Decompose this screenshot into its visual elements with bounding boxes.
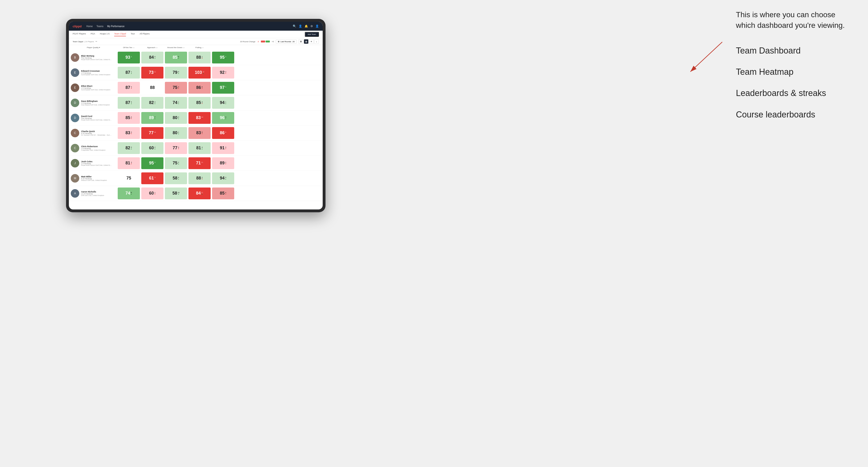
score-cell: 8421▲ xyxy=(188,187,211,199)
score-change: 3▼ xyxy=(131,86,132,89)
player-handicap: Plus Handicap xyxy=(81,118,112,119)
sort-arrow-player[interactable]: ▾ xyxy=(99,46,100,49)
tab-pgat[interactable]: PGAT Players xyxy=(73,33,86,36)
score-change: 3▲ xyxy=(131,147,132,150)
arrow-up-icon: ▲ xyxy=(225,178,226,180)
col-header-around-label: Around the Green xyxy=(167,46,182,49)
tab-teamclippd[interactable]: Team Clippd xyxy=(114,33,126,36)
table-row[interactable]: BBlair McHargPlus HandicapRoyal North De… xyxy=(69,50,323,65)
col-header-approach: Approach — xyxy=(141,45,164,50)
score-value: 94 xyxy=(220,100,224,105)
col-header-tee-label: Off the Tee xyxy=(123,46,132,49)
score-cell: 959▲ xyxy=(212,52,234,63)
nav-link-myperformance[interactable]: My Performance xyxy=(107,25,124,28)
score-cell: 943▲ xyxy=(212,173,234,184)
table-row[interactable]: EElliot Ebert1-5 HandicapSunningdale Gol… xyxy=(69,80,323,95)
list-view-button[interactable]: ≡ xyxy=(309,39,314,44)
edit-icon[interactable]: ✏ xyxy=(96,40,97,43)
tab-allplayers[interactable]: All Players xyxy=(140,33,150,36)
table-row[interactable]: EEdward Crossman1-5 HandicapSunningdale … xyxy=(69,65,323,80)
score-change: 14▼ xyxy=(154,131,156,134)
avatar: C xyxy=(71,144,79,152)
avatar-icon[interactable]: 👤 xyxy=(315,25,319,28)
player-info: EElliot Ebert1-5 HandicapSunningdale Gol… xyxy=(70,82,117,94)
score-cell: 741▲ xyxy=(165,97,187,109)
player-name: Matt Miller xyxy=(81,176,107,178)
score-change: 9▲ xyxy=(178,71,179,74)
plus5-label: +5 xyxy=(272,40,274,43)
score-value: 83 xyxy=(196,115,201,120)
annotation-arrow-icon xyxy=(684,38,726,80)
nav-link-home[interactable]: Home xyxy=(86,25,93,28)
score-value: 73 xyxy=(149,70,154,75)
score-cell: 75 xyxy=(118,173,140,184)
table-row[interactable]: DDavid FordPlus HandicapRoyal North Devo… xyxy=(69,111,323,125)
score-cell: 897▲ xyxy=(141,112,163,124)
score-cell: 874▲ xyxy=(118,97,140,109)
score-value: 75 xyxy=(173,85,177,90)
table-row[interactable]: JJosh Coles1-5 HandicapRoyal North Devon… xyxy=(69,156,323,171)
score-value: 89 xyxy=(220,161,224,165)
table-row[interactable]: DDave Billingham1-5 HandicapGog Magog Go… xyxy=(69,95,323,111)
player-info: AAaron Nicholls11-15 HandicapDrift Golf … xyxy=(70,187,117,199)
score-value: 91 xyxy=(220,146,224,151)
score-value: 79 xyxy=(173,70,177,75)
score-value: 86 xyxy=(220,130,224,135)
player-details: Charlie Quick6-10 HandicapSt. George's H… xyxy=(81,130,112,136)
score-cell: 814▲ xyxy=(188,142,211,154)
tab-hcaps[interactable]: Hcaps 1-5 xyxy=(100,33,110,36)
score-change: 11▼ xyxy=(154,71,156,74)
dashboard-option-course[interactable]: Course leaderboards xyxy=(736,109,854,121)
score-change: 6▼ xyxy=(202,86,203,89)
add-team-button[interactable]: Add Team xyxy=(305,32,319,37)
subnav-tabs: PGAT Players PGA Hcaps 1-5 Team Clippd T… xyxy=(73,33,150,36)
grid-view-button[interactable]: ⊞ xyxy=(299,39,303,44)
col-header-putting: Putting — xyxy=(188,45,211,50)
table-row[interactable]: CCharlie Quick6-10 HandicapSt. George's … xyxy=(69,125,323,141)
bell-icon[interactable]: 🔔 xyxy=(305,25,308,28)
user-icon[interactable]: 👤 xyxy=(299,25,302,28)
score-cell: 881▼ xyxy=(188,52,211,63)
dashboard-option-heatmap[interactable]: Team Heatmap xyxy=(736,66,854,78)
score-cell: 882▼ xyxy=(188,173,211,184)
table-row[interactable]: CChris Robertson1-5 HandicapCraigmillar … xyxy=(69,141,323,156)
score-cell: 613▼ xyxy=(141,173,163,184)
score-value: 85 xyxy=(196,100,201,105)
score-value: 85 xyxy=(125,115,130,120)
score-cell: 975▲ xyxy=(212,82,234,94)
sort-arrow-around[interactable]: — xyxy=(183,46,185,49)
score-value: 87 xyxy=(125,85,130,90)
avatar: A xyxy=(71,189,79,198)
score-change: 1▲ xyxy=(225,101,226,104)
settings-icon[interactable]: ⚙ xyxy=(310,25,313,28)
avatar: M xyxy=(71,174,79,183)
sort-arrow-approach[interactable]: — xyxy=(156,46,158,49)
search-icon[interactable]: 🔍 xyxy=(293,25,296,28)
heatmap-view-button[interactable]: ▦ xyxy=(304,39,309,44)
table-row[interactable]: MMatt Miller6-10 HandicapWoburn Golf Clu… xyxy=(69,171,323,186)
tab-pga[interactable]: PGA xyxy=(91,33,95,36)
player-club: St. George's Hill GC - Weybridge - Surre… xyxy=(81,134,112,136)
arrow-down-icon: ▼ xyxy=(202,178,203,180)
col-header-approach-label: Approach xyxy=(147,46,155,49)
score-value: 84 xyxy=(196,191,201,196)
sort-arrow-putting[interactable]: — xyxy=(202,46,204,49)
nav-link-teams[interactable]: Teams xyxy=(96,25,103,28)
score-change: 15▲ xyxy=(203,71,204,74)
score-cell: 853▼ xyxy=(188,97,211,109)
dashboard-option-leaderboards[interactable]: Leaderboards & streaks xyxy=(736,87,854,99)
nav-logo[interactable]: clippd xyxy=(73,25,82,28)
score-value: 83 xyxy=(196,130,201,135)
sort-arrow-tee[interactable]: — xyxy=(132,46,134,49)
score-change: 4▲ xyxy=(131,101,132,104)
player-handicap: 1-5 Handicap xyxy=(81,148,105,149)
download-button[interactable]: ↓ xyxy=(314,39,319,44)
table-row[interactable]: AAaron Nicholls11-15 HandicapDrift Golf … xyxy=(69,186,323,201)
arrow-down-icon: ▼ xyxy=(202,133,203,134)
tab-tour[interactable]: Tour xyxy=(131,33,135,36)
score-cell: 823▲ xyxy=(118,142,140,154)
dashboard-option-team[interactable]: Team Dashboard xyxy=(736,45,854,57)
player-name: Aaron Nicholls xyxy=(81,191,104,193)
svg-line-1 xyxy=(690,42,722,72)
last-rounds-button[interactable]: ⊞ Last Rounds: 20 xyxy=(276,40,297,44)
